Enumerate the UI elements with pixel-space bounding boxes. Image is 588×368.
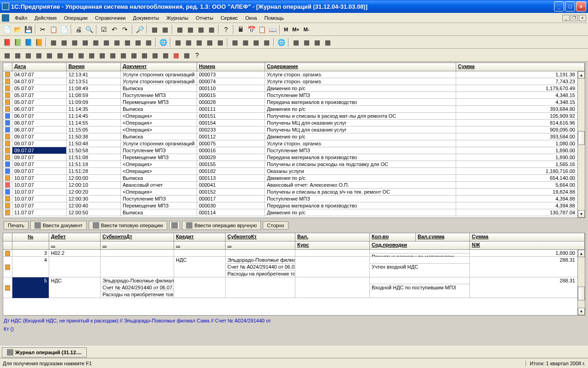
col-content[interactable]: Содержание (265, 63, 456, 71)
enter-manual-button[interactable]: Ввести операцию вручную (182, 221, 261, 230)
tb2-icon-19[interactable]: ▦ (204, 37, 215, 47)
tb3-icon-1[interactable]: ▦ (2, 50, 12, 60)
tb2-icon-24[interactable]: ▦ (261, 37, 271, 47)
tb3-icon-13[interactable]: ▦ (129, 50, 139, 60)
tb2-icon-17[interactable]: ▦ (183, 37, 193, 47)
tb2-icon-28[interactable]: ▦ (312, 37, 322, 47)
table-row[interactable]: 10.07.0712:00:40Перемещение МПЗ000030Пер… (3, 202, 585, 209)
table-row[interactable]: 09.07.0711:50:38Выписка000112Движения по… (3, 133, 585, 140)
detail-grid[interactable]: № Дебет СубконтоДт Кредит СубконтоКт Вал… (3, 233, 585, 316)
table-row[interactable]: 09.07.0711:51:18<Операция>000155Получены… (3, 161, 585, 168)
detail-row[interactable]: 5НДСЭльдорадо-Поволжье филиалСчет № А024… (3, 277, 585, 298)
tb2-icon-22[interactable]: ▦ (240, 37, 250, 47)
table-row[interactable]: 04.07.0712:13:41Услуги сторонних организ… (3, 71, 585, 78)
tb3-icon-4[interactable]: ▦ (34, 50, 44, 60)
new-icon[interactable]: 📄 (2, 24, 12, 34)
mem-mplus[interactable]: М+ (290, 27, 301, 32)
table-row[interactable]: 05.07.0711:08:49Выписка000110Движения по… (3, 85, 585, 92)
tb2-icon-2[interactable]: 📗 (12, 37, 23, 47)
tb3-icon-17[interactable]: ▦ (171, 50, 181, 60)
temp-icon[interactable]: 📋 (257, 24, 267, 34)
table-row[interactable]: 06.07.0711:15:05<Операция>000233Получены… (3, 126, 585, 133)
tool-icon-4[interactable]: ▦ (185, 24, 195, 34)
tb2-icon-6[interactable]: ▦ (59, 37, 69, 47)
tb3-icon-18[interactable]: ▦ (181, 50, 192, 60)
dcol-subdt[interactable]: СубконтоДт (101, 233, 174, 241)
tb2-icon-25[interactable]: 🌐 (276, 37, 286, 47)
paste-icon[interactable]: 📄 (59, 24, 69, 34)
table-row[interactable]: 06.07.0711:14:45<Операция>000151Получены… (3, 113, 585, 120)
enter-typical-button[interactable]: Ввести типовую операцию (89, 221, 168, 230)
mdi-minimize[interactable]: _ (562, 15, 570, 21)
dcol-sum[interactable]: Сумма (470, 233, 585, 241)
menu-service[interactable]: Сервис (217, 14, 242, 22)
preview-icon[interactable]: 🔍 (84, 24, 94, 34)
table-row[interactable]: 09.07.0711:51:28<Операция>000182Оказаны … (3, 168, 585, 175)
mdi-restore[interactable]: ❐ (571, 15, 578, 21)
menu-directories[interactable]: Справочники (91, 14, 130, 22)
cut-icon[interactable]: ✂ (38, 24, 48, 34)
tb2-icon-13[interactable]: ▦ (133, 37, 143, 47)
menu-file[interactable]: Файл (11, 14, 31, 22)
tb2-icon-11[interactable]: ▦ (112, 37, 122, 47)
menu-windows[interactable]: Окна (242, 14, 261, 22)
table-row[interactable]: 09.07.0711:51:08Перемещение МПЗ000029Пер… (3, 154, 585, 161)
print-icon[interactable]: 🖨 (74, 24, 84, 34)
tb3-icon-6[interactable]: ▦ (55, 50, 65, 60)
col-doc[interactable]: Документ (121, 63, 197, 71)
tb2-icon-29[interactable]: ▦ (322, 37, 333, 47)
undo-icon[interactable]: ↶ (109, 24, 119, 34)
col-date[interactable]: Дата (12, 63, 67, 71)
detail-scroll-up-icon[interactable]: ▲ (578, 250, 585, 257)
col-num[interactable]: Номер (197, 63, 265, 71)
enter-doc-button[interactable]: Ввести документ (30, 221, 87, 230)
dcol-kolvo[interactable]: Кол-во (370, 233, 416, 241)
tb2-icon-15[interactable]: 🌐 (158, 37, 168, 47)
tb3-icon-12[interactable]: ▦ (118, 50, 128, 60)
dcol-nzh[interactable]: NЖ (470, 242, 585, 249)
tb2-icon-12[interactable]: ▦ (122, 37, 132, 47)
tb3-icon-19[interactable]: ? (192, 50, 202, 60)
book-icon[interactable]: 📖 (267, 24, 277, 34)
tool-icon-5[interactable]: ▦ (196, 24, 206, 34)
scroll-up-icon[interactable]: ▲ (578, 71, 585, 79)
copy-icon[interactable]: 📋 (48, 24, 58, 34)
mdi-close[interactable]: × (579, 15, 586, 21)
menu-reports[interactable]: Отчеты (192, 14, 217, 22)
find-icon[interactable]: 🔎 (135, 24, 145, 34)
table-row[interactable]: 09.07.0711:50:58Поступление МПЗ000016Пос… (3, 147, 585, 154)
save-icon[interactable]: 💾 (23, 24, 33, 34)
tb2-icon-16[interactable]: ▦ (173, 37, 183, 47)
tool-icon-1[interactable]: ▦ (149, 24, 159, 34)
tb2-icon-27[interactable]: ▦ (301, 37, 311, 47)
tb3-icon-8[interactable]: ▦ (76, 50, 86, 60)
table-row[interactable]: 10.07.0712:00:10Авансовый отчет000041Ава… (3, 182, 585, 189)
dcol-kredit[interactable]: Кредит (174, 233, 226, 241)
storno-button[interactable]: Сторно (263, 221, 288, 230)
menu-actions[interactable]: Действия (31, 14, 60, 22)
scroll-down-icon[interactable]: ▼ (578, 210, 585, 218)
tb3-icon-11[interactable]: ▦ (107, 50, 118, 60)
scroll-thumb[interactable] (578, 131, 585, 145)
tb2-icon-10[interactable]: ▦ (101, 37, 111, 47)
tb2-icon-1[interactable]: 📕 (2, 37, 12, 47)
tb2-icon-23[interactable]: ▦ (251, 37, 261, 47)
tb2-icon-5[interactable]: ▦ (48, 37, 58, 47)
detail-scroll-thumb[interactable] (578, 287, 585, 300)
help-icon[interactable]: ? (221, 24, 231, 34)
tb2-icon-7[interactable]: ▦ (69, 37, 79, 47)
tb2-icon-20[interactable]: ▦ (215, 37, 225, 47)
table-row[interactable]: 09.07.0711:50:48Услуги сторонних организ… (3, 140, 585, 147)
scrollbar[interactable]: ▲ ▼ (577, 71, 585, 218)
menu-operations[interactable]: Операции (60, 14, 91, 22)
tb2-icon-4[interactable]: 📙 (34, 37, 44, 47)
dcol-vsum[interactable]: Вал.сумма (416, 233, 470, 241)
detail-row[interactable]: 3Н02.2Принятые расходы по материалам.1,8… (3, 250, 585, 257)
mem-mminus[interactable]: М- (302, 27, 311, 32)
tb2-icon-8[interactable]: ▦ (80, 37, 90, 47)
open-icon[interactable]: 📂 (12, 24, 23, 34)
menu-journals[interactable]: Журналы (163, 14, 192, 22)
tb3-icon-15[interactable]: ▦ (150, 50, 160, 60)
detail-scrollbar[interactable]: ▲ ▼ (577, 250, 585, 315)
tb2-icon-14[interactable]: ▦ (143, 37, 153, 47)
